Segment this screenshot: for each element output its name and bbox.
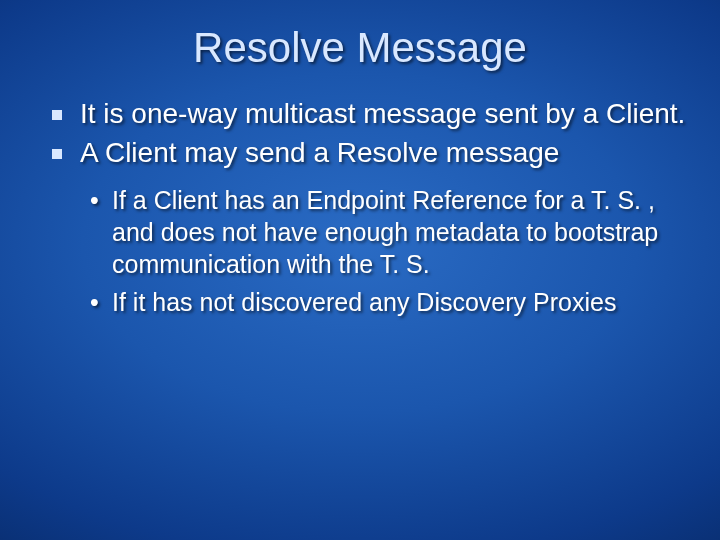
slide: Resolve Message It is one-way multicast …	[0, 0, 720, 540]
sub-bullet-list: If a Client has an Endpoint Reference fo…	[90, 184, 690, 318]
slide-title: Resolve Message	[30, 24, 690, 72]
list-item: A Client may send a Resolve message	[52, 135, 686, 170]
list-item: It is one-way multicast message sent by …	[52, 96, 686, 131]
list-item: If it has not discovered any Discovery P…	[90, 286, 690, 318]
main-bullet-list: It is one-way multicast message sent by …	[52, 96, 686, 170]
list-item: If a Client has an Endpoint Reference fo…	[90, 184, 690, 280]
